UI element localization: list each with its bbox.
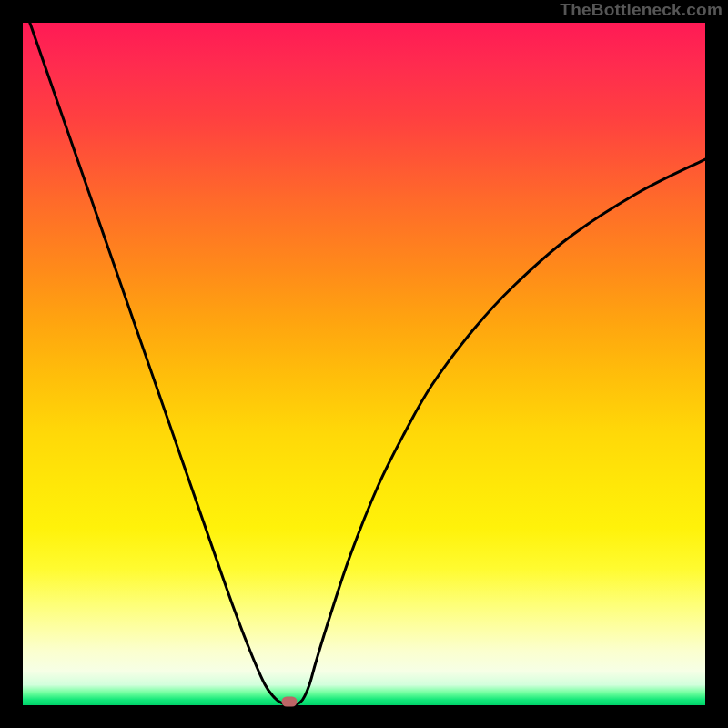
watermark-text: TheBottleneck.com xyxy=(560,0,723,20)
bottleneck-curve xyxy=(23,23,705,705)
chart-frame: TheBottleneck.com xyxy=(0,0,728,728)
optimal-marker xyxy=(281,697,297,707)
